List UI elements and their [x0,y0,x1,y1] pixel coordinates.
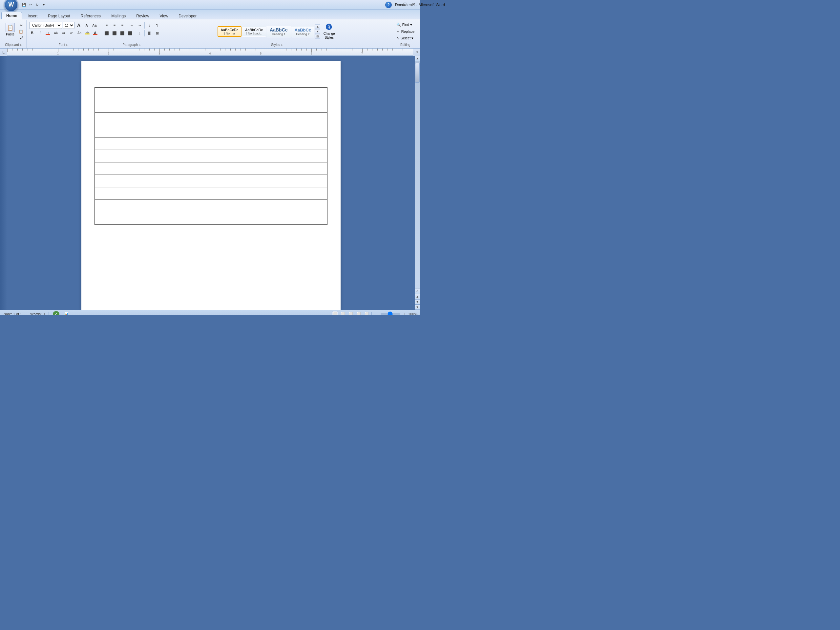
change-case-button[interactable]: Aa [76,29,83,36]
tab-page-layout[interactable]: Page Layout [43,12,75,19]
table-cell[interactable] [95,100,327,112]
line-spacing-button[interactable]: ↕ [136,30,144,37]
scroll-track[interactable] [415,62,420,289]
style-heading1[interactable]: AaBbCc Heading 1 [267,25,291,38]
select-button[interactable]: ↖ Select ▾ [394,35,417,41]
scroll-select-button[interactable]: ⊙ [415,289,420,294]
table-cell[interactable] [95,125,327,137]
styles-scroll-up[interactable]: ▲ [315,24,320,29]
table-cell[interactable] [95,112,327,125]
track-changes-button[interactable]: 📊 [63,311,69,315]
zoom-out-button[interactable]: ─ [374,311,380,315]
ruler-tick [251,49,251,51]
paragraph-expand-icon[interactable]: ⊡ [139,43,141,47]
ruler-right-button[interactable]: ⊙ [413,49,420,56]
scroll-down-button[interactable]: ▼ [415,305,420,310]
scroll-next-button[interactable]: ▼ [415,299,420,305]
numbering-button[interactable]: ≡ [111,22,118,29]
table-cell[interactable] [95,88,327,100]
bullets-button[interactable]: ≡ [103,22,110,29]
shrink-font-button[interactable]: A [83,22,90,29]
outline-view-button[interactable]: ⬜ [356,311,362,315]
table-cell[interactable] [95,187,327,200]
full-screen-view-button[interactable]: ⬜ [340,311,346,315]
tab-view[interactable]: View [155,12,173,19]
style-no-spacing[interactable]: AaBbCcDc ¶ No Spaci... [242,26,266,37]
office-button[interactable]: W [4,0,18,12]
scroll-up-button[interactable]: ▲ [415,56,420,61]
replace-button[interactable]: ↔ Replace [394,28,417,35]
tab-insert[interactable]: Insert [23,12,42,19]
tab-references[interactable]: References [76,12,106,19]
italic-button[interactable]: I [36,29,44,36]
spellcheck-icon[interactable]: ✓ [53,311,59,315]
show-hide-button[interactable]: ¶ [153,22,161,29]
table-cell[interactable] [95,163,327,175]
zoom-in-button[interactable]: + [401,311,407,315]
multilevel-button[interactable]: ≡ [119,22,126,29]
font-name-select[interactable]: Calibri (Body) [29,22,62,29]
font-color-button[interactable]: A [92,29,99,36]
tab-home[interactable]: Home [1,12,22,19]
web-layout-view-button[interactable]: ⬜ [348,311,354,315]
cut-button[interactable]: ✂ [18,22,24,28]
table-cell[interactable] [95,200,327,212]
help-button[interactable]: ? [385,2,392,8]
decrease-indent-button[interactable]: ← [128,22,136,29]
styles-more[interactable]: ⊡ [315,34,320,39]
scroll-thumb[interactable] [415,63,420,83]
align-left-button[interactable]: ⬛ [103,30,110,37]
bold-button[interactable]: B [28,29,36,36]
clipboard-expand-icon[interactable]: ⊡ [20,43,23,47]
tab-review[interactable]: Review [131,12,154,19]
sort-button[interactable]: ↕ [146,22,153,29]
table-cell[interactable] [95,150,327,163]
draft-view-button[interactable]: ⬜ [363,311,369,315]
ruler-tick [210,49,210,52]
undo-button[interactable]: ↩ [28,2,33,8]
change-styles-button[interactable]: 🅐 ChangeStyles [321,22,337,41]
ruler-tick [408,49,408,51]
font-size-select[interactable]: 11 [63,22,74,29]
document-page[interactable] [81,61,341,310]
copy-button[interactable]: 📋 [18,28,24,35]
highlight-button[interactable]: ab [84,29,91,36]
styles-scroll-buttons: ▲ ▼ ⊡ [315,24,320,39]
clear-format-button[interactable]: Aa [91,22,98,29]
table-cell[interactable] [95,212,327,225]
table-cell[interactable] [95,175,327,187]
customize-qat-button[interactable]: ▾ [41,2,47,8]
shading-button[interactable]: ▓ [146,30,153,37]
scroll-prev-button[interactable]: ▲ [415,294,420,299]
subscript-button[interactable]: X₂ [60,29,67,36]
zoom-slider[interactable] [381,313,400,315]
grow-font-button[interactable]: A [75,22,82,29]
style-normal[interactable]: AaBbCcDc ¶ Normal [218,26,242,37]
tab-developer[interactable]: Developer [174,12,202,19]
justify-button[interactable]: ⬛ [127,30,134,37]
styles-expand-icon[interactable]: ⊡ [281,43,284,47]
redo-button[interactable]: ↻ [34,2,40,8]
paste-button[interactable]: 📋 Paste [3,22,17,38]
strikethrough-button[interactable]: ab [52,29,59,36]
table-cell[interactable] [95,137,327,150]
format-painter-button[interactable]: 🖌 [18,35,24,41]
print-layout-view-button[interactable]: ⬜ [332,311,338,315]
font-expand-icon[interactable]: ⊡ [66,43,69,47]
ruler-area: L 1234567 ⊙ [0,49,420,56]
borders-button[interactable]: ⊞ [153,30,161,37]
align-right-button[interactable]: ⬛ [119,30,126,37]
ruler-alignment-button[interactable]: L [0,49,7,56]
superscript-button[interactable]: X² [68,29,75,36]
underline-button[interactable]: U [44,29,52,36]
tab-mailings[interactable]: Mailings [106,12,131,19]
align-center-button[interactable]: ⬛ [111,30,118,37]
styles-scroll-down[interactable]: ▼ [315,29,320,34]
ruler-tick [398,49,398,51]
document-area[interactable] [7,56,415,310]
style-heading2[interactable]: AaBbCc Heading 2 [291,26,315,38]
zoom-control: ─ + 100% [374,311,417,315]
find-button[interactable]: 🔍 Find ▾ [394,22,417,28]
save-button[interactable]: 💾 [21,2,27,8]
increase-indent-button[interactable]: → [136,22,144,29]
